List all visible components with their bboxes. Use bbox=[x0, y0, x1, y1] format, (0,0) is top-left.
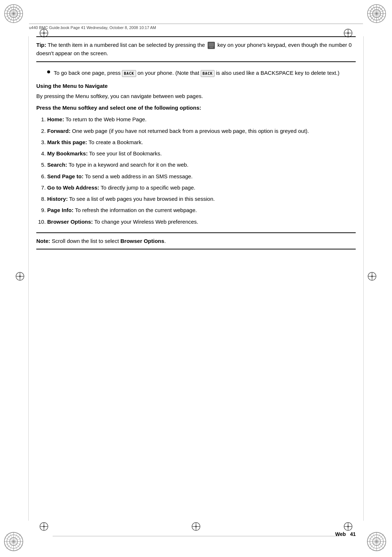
tip-text-1: The tenth item in a numbered list can be… bbox=[48, 42, 207, 48]
bottom-line-right bbox=[196, 536, 339, 536]
footer-page-number: 41 bbox=[350, 531, 356, 537]
svg-point-49 bbox=[43, 32, 45, 34]
list-item: Home: To return to the Web Home Page. bbox=[47, 115, 356, 123]
item-label-2: Forward: bbox=[47, 128, 70, 134]
item-label-5: Search: bbox=[47, 162, 67, 168]
bullet-text-1: To go back one page, press bbox=[54, 70, 122, 76]
back-key-2: BACK bbox=[201, 70, 215, 77]
bullet-dot bbox=[47, 70, 50, 73]
tip-label: Tip: bbox=[36, 42, 46, 48]
note-bold-text: Browser Options bbox=[121, 238, 164, 244]
svg-point-53 bbox=[347, 32, 349, 34]
list-item: Search: To type in a keyword and search … bbox=[47, 160, 356, 169]
crosshair-bot-center bbox=[191, 522, 201, 532]
bullet-text: To go back one page, press BACK on your … bbox=[54, 69, 339, 77]
item-label-3: Mark this page: bbox=[47, 139, 87, 145]
numbered-list: Home: To return to the Web Home Page. Fo… bbox=[47, 115, 356, 226]
list-item: History: To see a list of web pages you … bbox=[47, 195, 356, 203]
list-item: Page Info: To refresh the information on… bbox=[47, 206, 356, 214]
item-label-10: Browser Options: bbox=[47, 219, 93, 225]
note-text-2: . bbox=[164, 238, 166, 244]
list-item: Forward: One web page (if you have not r… bbox=[47, 127, 356, 135]
svg-point-69 bbox=[347, 526, 349, 528]
side-bar-left bbox=[28, 36, 29, 521]
tip-box: Tip: The tenth item in a numbered list c… bbox=[36, 36, 356, 62]
list-item: Browser Options: To change your Wireless… bbox=[47, 217, 356, 226]
list-item: Mark this page: To create a Bookmark. bbox=[47, 138, 356, 146]
item-label-6: Send Page to: bbox=[47, 173, 83, 179]
crosshair-bot-right bbox=[343, 522, 353, 532]
bullet-text-3: is also used like a BACKSPACE key to del… bbox=[215, 70, 339, 76]
bullet-item: To go back one page, press BACK on your … bbox=[47, 69, 356, 77]
section-heading: Using the Menu to Navigate bbox=[36, 83, 356, 89]
item-label-9: Page Info: bbox=[47, 207, 74, 213]
corner-decoration-bl bbox=[4, 532, 25, 553]
corner-decoration-tl bbox=[4, 4, 25, 25]
instruction-heading: Press the Menu softkey and select one of… bbox=[36, 105, 356, 111]
corner-decoration-br bbox=[367, 532, 388, 553]
crosshair-mid-right bbox=[367, 272, 377, 282]
svg-point-61 bbox=[371, 276, 373, 277]
svg-rect-76 bbox=[209, 47, 213, 48]
note-text-1: Scroll down the list to select bbox=[52, 238, 121, 244]
bullet-text-2: on your phone. (Note that bbox=[136, 70, 201, 76]
bottom-line-left bbox=[53, 536, 196, 536]
list-item: Go to Web Address: To directly jump to a… bbox=[47, 183, 356, 192]
header-line: u440 BMC Guide.book Page 41 Wednesday, O… bbox=[29, 24, 363, 30]
svg-point-57 bbox=[19, 276, 21, 277]
svg-point-73 bbox=[195, 526, 197, 528]
crosshair-bot-left bbox=[39, 522, 49, 532]
corner-decoration-tr bbox=[367, 4, 388, 25]
key-icon bbox=[208, 42, 215, 49]
item-label-1: Home: bbox=[47, 116, 64, 122]
item-label-7: Go to Web Address: bbox=[47, 184, 99, 191]
main-content: Tip: The tenth item in a numbered list c… bbox=[36, 36, 356, 521]
bullet-section: To go back one page, press BACK on your … bbox=[36, 69, 356, 77]
back-key-1: BACK bbox=[122, 70, 136, 77]
crosshair-mid-left bbox=[15, 272, 25, 282]
item-label-8: History: bbox=[47, 196, 68, 202]
item-label-4: My Bookmarks: bbox=[47, 150, 88, 156]
note-box: Note: Scroll down the list to select Bro… bbox=[36, 232, 356, 249]
side-bar-right bbox=[363, 36, 364, 521]
note-label: Note: bbox=[36, 238, 50, 244]
svg-point-65 bbox=[43, 526, 45, 528]
header-text: u440 BMC Guide.book Page 41 Wednesday, O… bbox=[29, 25, 156, 30]
list-item: Send Page to: To send a web address in a… bbox=[47, 172, 356, 180]
list-item: My Bookmarks: To see your list of Bookma… bbox=[47, 149, 356, 158]
tip-text: Tip: The tenth item in a numbered list c… bbox=[36, 41, 356, 58]
page-container: u440 BMC Guide.book Page 41 Wednesday, O… bbox=[0, 0, 392, 557]
body-text: By pressing the Menu softkey, you can na… bbox=[36, 92, 356, 100]
svg-rect-75 bbox=[209, 43, 214, 46]
